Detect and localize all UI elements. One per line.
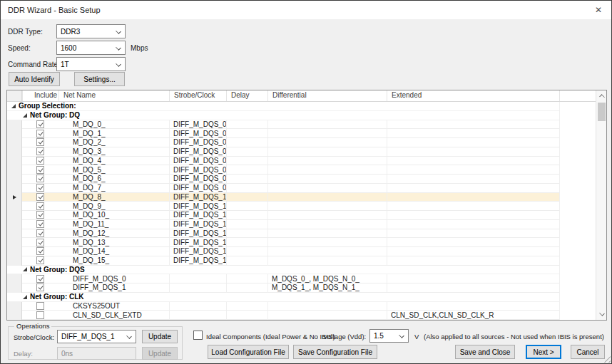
ideal-components-checkbox[interactable] (193, 331, 203, 340)
voltage-select[interactable]: 1.5 (369, 329, 409, 343)
command-rate-select[interactable]: 1T (56, 57, 126, 71)
table-row[interactable]: M_DQ_8_DIFF_M_DQS_1 (7, 193, 596, 202)
include-checkbox[interactable] (36, 166, 44, 174)
include-checkbox[interactable] (36, 302, 44, 310)
table-row[interactable]: DIFF_M_DQS_0M_DQS_0_, M_DQS_N_0_ (7, 274, 596, 284)
tree-expander-icon[interactable] (11, 104, 16, 108)
include-checkbox[interactable] (36, 229, 44, 237)
table-row[interactable]: M_DQ_12_DIFF_M_DQS_1 (7, 229, 596, 239)
group-row[interactable]: Net Group: DQ (7, 111, 596, 120)
column-header-strobe-clock[interactable]: Strobe/Clock (169, 90, 226, 101)
group-row[interactable]: Net Group: CLK (7, 293, 596, 302)
strobe-update-button[interactable]: Update (142, 330, 178, 343)
save-and-close-button[interactable]: Save and Close (455, 345, 515, 359)
include-checkbox[interactable] (36, 239, 44, 246)
table-row[interactable]: M_DQ_1_DIFF_M_DQS_0 (7, 129, 596, 138)
column-header-net-name[interactable]: Net Name (58, 90, 169, 101)
delay-cell (226, 157, 267, 166)
include-checkbox[interactable] (36, 275, 44, 283)
save-configuration-button[interactable]: Save Configuration File (293, 345, 377, 359)
table-row[interactable]: M_DQ_2_DIFF_M_DQS_0 (7, 138, 596, 147)
scroll-down-icon[interactable] (596, 308, 607, 320)
scroll-up-icon[interactable] (596, 90, 607, 102)
tree-expander-icon[interactable] (23, 295, 27, 299)
tree-expander-icon[interactable] (23, 113, 27, 118)
row-gutter[interactable] (7, 175, 22, 184)
group-row[interactable]: Net Group: DQS (7, 266, 596, 275)
row-gutter[interactable] (7, 138, 22, 147)
next-button[interactable]: Next > (526, 345, 561, 359)
include-checkbox[interactable] (36, 175, 44, 182)
row-gutter[interactable] (7, 129, 22, 138)
column-header-include[interactable]: Include (22, 90, 58, 101)
include-checkbox[interactable] (36, 256, 44, 264)
cancel-button[interactable]: Cancel (571, 345, 605, 359)
grid-corner (7, 90, 22, 101)
table-row[interactable]: M_DQ_7_DIFF_M_DQS_0 (7, 184, 596, 193)
table-row[interactable]: M_DQ_5_DIFF_M_DQS_0 (7, 165, 596, 175)
table-row[interactable]: M_DQ_9_DIFF_M_DQS_1 (7, 202, 596, 211)
group-row[interactable]: Group Selection: (7, 102, 596, 111)
include-checkbox[interactable] (36, 202, 44, 210)
load-configuration-button[interactable]: Load Configuration File (208, 345, 289, 359)
table-row[interactable]: M_DQ_14_DIFF_M_DQS_1 (7, 247, 596, 256)
speed-select[interactable]: 1600 (56, 41, 126, 55)
row-gutter[interactable] (7, 211, 22, 220)
row-gutter[interactable] (7, 247, 22, 256)
row-gutter[interactable] (7, 256, 22, 266)
table-row[interactable]: M_DQ_6_DIFF_M_DQS_0 (7, 175, 596, 184)
vertical-scrollbar[interactable] (596, 90, 606, 320)
include-checkbox[interactable] (36, 130, 44, 137)
row-gutter[interactable] (7, 238, 22, 247)
strobe-clock-select[interactable]: DIFF_M_DQS_1 (57, 330, 136, 343)
include-checkbox[interactable] (36, 311, 44, 319)
include-checkbox[interactable] (36, 147, 44, 155)
table-row[interactable]: DIFF_M_DQS_1M_DQS_1_, M_DQS_N_1_ (7, 284, 596, 293)
include-checkbox[interactable] (36, 211, 44, 219)
table-row[interactable]: M_DQ_11_DIFF_M_DQS_1 (7, 220, 596, 229)
row-gutter[interactable] (7, 311, 22, 320)
scrollbar-thumb[interactable] (598, 103, 606, 121)
include-cell (22, 220, 58, 229)
row-gutter[interactable] (7, 274, 22, 284)
column-header-extended[interactable]: Extended (387, 90, 559, 101)
include-checkbox[interactable] (36, 284, 44, 291)
row-gutter[interactable] (7, 120, 22, 130)
row-gutter[interactable] (7, 202, 22, 211)
table-row[interactable]: M_DQ_15_DIFF_M_DQS_1 (7, 256, 596, 266)
settings-button[interactable]: Settings... (74, 72, 125, 86)
tree-expander-icon[interactable] (23, 267, 27, 271)
row-gutter[interactable] (7, 302, 22, 311)
include-checkbox[interactable] (36, 120, 44, 128)
include-checkbox[interactable] (36, 184, 44, 192)
row-gutter[interactable] (7, 165, 22, 175)
close-icon[interactable]: ✕ (591, 4, 606, 16)
table-row[interactable]: CKSYS25OUT (7, 302, 596, 311)
row-gutter[interactable] (7, 284, 22, 293)
net-name-cell: M_DQ_11_ (58, 220, 169, 229)
include-checkbox[interactable] (36, 193, 44, 201)
include-checkbox[interactable] (36, 138, 44, 146)
include-checkbox[interactable] (36, 157, 44, 165)
row-gutter[interactable] (7, 184, 22, 193)
auto-identify-button[interactable]: Auto Identify (9, 72, 60, 86)
row-gutter[interactable] (7, 193, 22, 202)
table-row[interactable]: M_DQ_3_DIFF_M_DQS_0 (7, 147, 596, 157)
table-row[interactable]: M_DQ_4_DIFF_M_DQS_0 (7, 157, 596, 166)
titlebar[interactable]: DDR Wizard - Basic Setup ✕ (1, 1, 611, 19)
row-gutter[interactable] (7, 147, 22, 157)
row-gutter[interactable] (7, 220, 22, 229)
include-checkbox[interactable] (36, 220, 44, 228)
differential-cell (267, 165, 387, 175)
row-gutter[interactable] (7, 157, 22, 166)
table-row[interactable]: M_DQ_0_DIFF_M_DQS_0 (7, 120, 596, 130)
include-checkbox[interactable] (36, 247, 44, 255)
column-header-differential[interactable]: Differential (267, 90, 387, 101)
table-row[interactable]: M_DQ_13_DIFF_M_DQS_1 (7, 238, 596, 247)
row-gutter[interactable] (7, 229, 22, 239)
ddr-type-select[interactable]: DDR3 (56, 24, 126, 38)
strobe-clock-cell: DIFF_M_DQS_0 (169, 147, 226, 157)
table-row[interactable]: M_DQ_10_DIFF_M_DQS_1 (7, 211, 596, 220)
column-header-delay[interactable]: Delay (226, 90, 267, 101)
table-row[interactable]: CLN_SD_CLK_EXTDCLN_SD_CLK,CLN_SD_CLK_R (7, 311, 596, 320)
